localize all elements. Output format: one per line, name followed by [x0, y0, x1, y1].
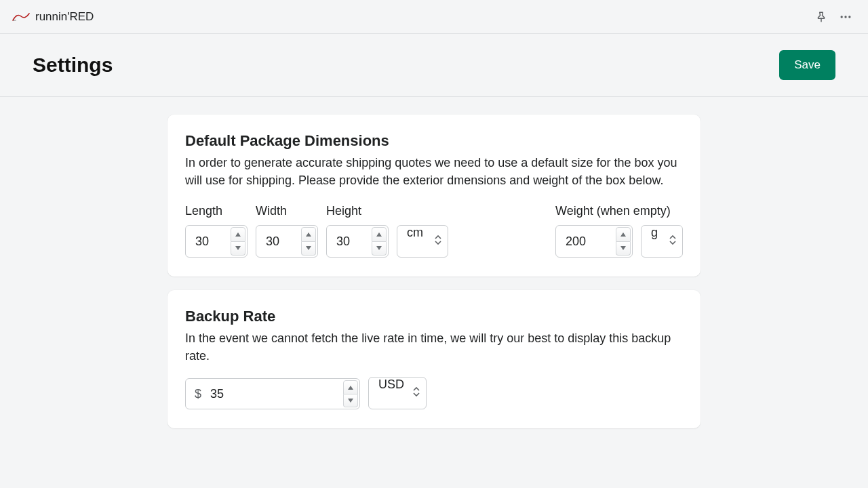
dim-unit-field: cm [397, 225, 448, 258]
width-label: Width [256, 204, 318, 218]
weight-step-up[interactable] [616, 227, 631, 242]
dimensions-row: Length Width [185, 204, 683, 258]
page-title: Settings [33, 54, 113, 77]
amount-step-up[interactable] [343, 380, 358, 394]
height-field: Height [326, 204, 389, 258]
backup-title: Backup Rate [185, 308, 683, 325]
more-button[interactable] [835, 7, 856, 27]
main-content: Default Package Dimensions In order to g… [0, 97, 868, 469]
height-step-down[interactable] [372, 242, 387, 256]
svg-text:run: run [13, 19, 16, 22]
length-label: Length [185, 204, 248, 218]
svg-point-4 [848, 16, 850, 18]
weight-unit-select[interactable]: g [641, 225, 683, 258]
currency-select[interactable]: USD [368, 377, 427, 409]
weight-field: Weight (when empty) g [555, 204, 683, 258]
dimensions-title: Default Package Dimensions [185, 132, 683, 150]
weight-label: Weight (when empty) [555, 204, 683, 218]
pin-button[interactable] [811, 7, 831, 27]
backup-row: $ USD [185, 377, 683, 409]
height-label: Height [326, 204, 389, 218]
weight-step-down[interactable] [616, 242, 631, 256]
svg-point-3 [844, 16, 846, 18]
app-name: runnin'RED [35, 10, 94, 24]
length-field: Length [185, 204, 248, 258]
amount-step-down[interactable] [343, 394, 358, 408]
top-bar: run runnin'RED [0, 0, 868, 34]
page-header: Settings Save [0, 34, 868, 97]
svg-point-2 [841, 16, 843, 18]
save-button[interactable]: Save [779, 50, 835, 80]
dim-unit-select[interactable]: cm [397, 225, 448, 258]
width-field: Width [256, 204, 318, 258]
dimensions-card: Default Package Dimensions In order to g… [167, 115, 701, 277]
dimensions-description: In order to generate accurate shipping q… [185, 154, 683, 189]
width-step-up[interactable] [301, 227, 316, 242]
more-horizontal-icon [839, 10, 852, 24]
height-step-up[interactable] [372, 227, 387, 242]
width-step-down[interactable] [301, 242, 316, 256]
app-logo: run [12, 12, 30, 22]
backup-amount-input[interactable] [185, 378, 360, 409]
backup-description: In the event we cannot fetch the live ra… [185, 329, 683, 365]
length-step-down[interactable] [231, 242, 245, 256]
pin-icon [815, 11, 827, 23]
length-step-up[interactable] [231, 227, 245, 242]
backup-rate-card: Backup Rate In the event we cannot fetch… [167, 290, 701, 428]
